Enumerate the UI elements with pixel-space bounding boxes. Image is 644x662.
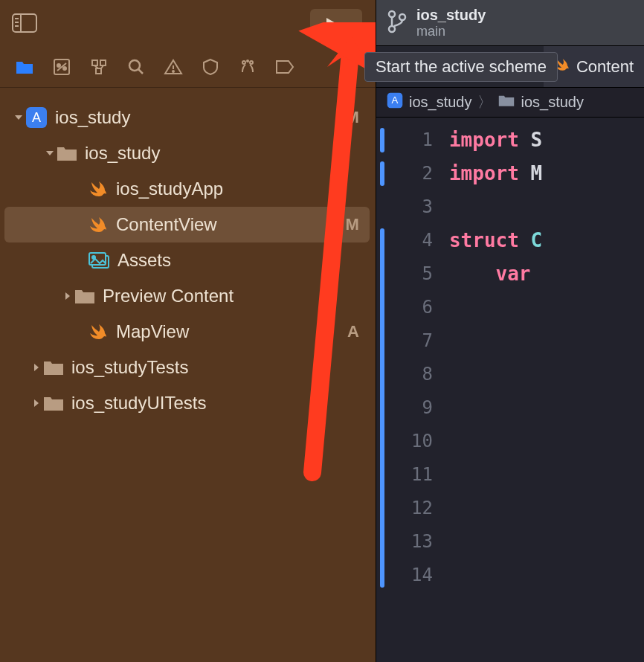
- folder-label: ios_study: [85, 143, 359, 164]
- project-root-row[interactable]: A ios_study M: [4, 100, 370, 135]
- folder-label: ios_studyTests: [71, 357, 359, 378]
- swift-file-icon: [88, 321, 109, 342]
- scheme-selector-bar[interactable]: ios_study main: [376, 0, 644, 46]
- breadcrumb-item[interactable]: ios_study: [409, 94, 472, 111]
- svg-line-15: [138, 69, 143, 74]
- editor-pane: ios_study main Content A ios_study 〉 ios…: [376, 0, 644, 662]
- run-button-tooltip: Start the active scheme: [364, 52, 558, 82]
- swift-file-icon: [88, 179, 109, 199]
- swift-file-row[interactable]: ios_studyApp: [4, 171, 370, 207]
- line-number: 11: [376, 458, 433, 492]
- editor-tab[interactable]: Content: [544, 46, 644, 87]
- code-line[interactable]: [449, 358, 542, 391]
- folder-icon: [43, 395, 64, 411]
- scheme-project-name: ios_study: [416, 6, 486, 24]
- chevron-down-icon[interactable]: [43, 148, 57, 158]
- line-number: 6: [376, 291, 433, 324]
- scheme-text: ios_study main: [416, 6, 486, 40]
- chevron-right-icon[interactable]: [61, 291, 74, 301]
- test-navigator-icon[interactable]: [201, 58, 220, 76]
- line-number: 9: [376, 391, 433, 425]
- line-number: 8: [376, 358, 433, 391]
- project-root-label: ios_study: [55, 107, 346, 128]
- file-label: MapView: [116, 321, 347, 342]
- line-number: 12: [376, 492, 433, 525]
- code-line[interactable]: [449, 525, 542, 559]
- panel-toggle-icon[interactable]: [12, 13, 37, 33]
- svg-point-27: [389, 26, 395, 32]
- change-marker: [380, 228, 384, 588]
- line-number: 10: [376, 425, 433, 458]
- svg-text:A: A: [392, 94, 399, 106]
- chevron-down-icon[interactable]: [12, 112, 25, 123]
- code-text[interactable]: import Simport M struct C var: [449, 118, 542, 662]
- svg-point-17: [173, 71, 174, 72]
- code-line[interactable]: struct C: [449, 224, 542, 257]
- issue-navigator-icon[interactable]: [164, 58, 183, 76]
- line-number: 1: [376, 123, 433, 157]
- chevron-right-icon: 〉: [477, 92, 492, 112]
- svg-point-19: [250, 61, 253, 64]
- svg-point-7: [63, 67, 66, 70]
- project-navigator-icon[interactable]: [15, 59, 34, 75]
- tab-label: Content: [576, 57, 634, 77]
- code-line[interactable]: [449, 492, 542, 525]
- svg-rect-11: [96, 68, 101, 74]
- folder-label: ios_studyUITests: [71, 393, 359, 414]
- line-number: 5: [376, 257, 433, 291]
- code-line[interactable]: [449, 458, 542, 492]
- folder-icon: [43, 359, 64, 376]
- swift-file-icon: [88, 214, 109, 235]
- assets-icon: [88, 251, 110, 269]
- swift-file-row-selected[interactable]: ContentView M: [4, 207, 370, 242]
- window-toolbar: [0, 0, 376, 46]
- code-editor[interactable]: 1234567891011121314 import Simport M str…: [376, 118, 644, 662]
- code-line[interactable]: import M: [449, 157, 542, 190]
- chevron-right-icon[interactable]: [30, 362, 43, 373]
- code-line[interactable]: var: [449, 257, 542, 291]
- code-line[interactable]: [449, 291, 542, 324]
- code-line[interactable]: import S: [449, 123, 542, 157]
- folder-row[interactable]: ios_studyTests: [4, 350, 370, 385]
- code-line[interactable]: [449, 391, 542, 425]
- debug-navigator-icon[interactable]: [238, 58, 257, 76]
- folder-row[interactable]: Preview Content: [4, 278, 370, 314]
- line-number: 13: [376, 525, 433, 559]
- file-tree: A ios_study M ios_study ios_studyApp: [0, 88, 376, 662]
- line-number: 3: [376, 190, 433, 224]
- svg-point-20: [247, 60, 248, 62]
- project-navigator-sidebar: A ios_study M ios_study ios_studyApp: [0, 0, 376, 662]
- code-line[interactable]: [449, 324, 542, 358]
- svg-point-6: [57, 64, 60, 67]
- swift-file-row[interactable]: MapView A: [4, 314, 370, 350]
- chevron-right-icon[interactable]: [30, 398, 43, 408]
- code-line[interactable]: [449, 425, 542, 458]
- svg-rect-9: [92, 60, 97, 65]
- change-marker: [380, 161, 384, 186]
- app-project-icon: A: [25, 106, 48, 129]
- scheme-branch-name: main: [416, 24, 486, 40]
- folder-icon: [498, 94, 515, 111]
- run-button[interactable]: [310, 9, 362, 39]
- assets-row[interactable]: Assets: [4, 242, 370, 278]
- svg-point-14: [129, 60, 140, 71]
- folder-row[interactable]: ios_studyUITests: [4, 385, 370, 421]
- code-line[interactable]: [449, 559, 542, 592]
- line-number: 2: [376, 157, 433, 190]
- svg-text:A: A: [32, 110, 41, 125]
- breadcrumb-item[interactable]: ios_study: [521, 94, 584, 111]
- line-number: 7: [376, 324, 433, 358]
- line-number-gutter: 1234567891011121314: [376, 118, 449, 662]
- svg-point-28: [399, 14, 405, 20]
- file-label: ContentView: [116, 214, 346, 235]
- app-project-icon: A: [387, 92, 403, 112]
- breakpoint-navigator-icon[interactable]: [275, 60, 294, 74]
- folder-icon: [74, 288, 95, 304]
- folder-row[interactable]: ios_study: [4, 135, 370, 171]
- line-number: 14: [376, 559, 433, 592]
- source-control-navigator-icon[interactable]: [52, 58, 71, 76]
- find-navigator-icon[interactable]: [126, 58, 146, 76]
- breadcrumb-bar[interactable]: A ios_study 〉 ios_study: [376, 88, 644, 118]
- code-line[interactable]: [449, 190, 542, 224]
- symbol-navigator-icon[interactable]: [89, 58, 109, 76]
